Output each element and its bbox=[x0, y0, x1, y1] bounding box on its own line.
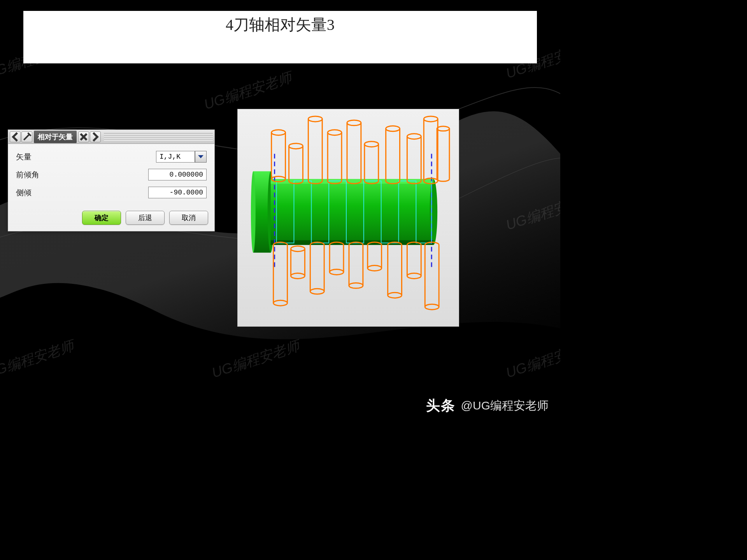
back-button[interactable]: 后退 bbox=[126, 211, 165, 225]
watermark: UG编程安老师 bbox=[202, 68, 294, 114]
svg-point-22 bbox=[347, 120, 361, 126]
ok-button[interactable]: 确定 bbox=[82, 211, 121, 225]
dialog-body: 矢量 I,J,K 前倾角 侧倾 bbox=[8, 144, 214, 207]
svg-point-47 bbox=[291, 273, 305, 278]
svg-point-19 bbox=[328, 130, 342, 135]
nav-forward-button[interactable] bbox=[90, 131, 101, 142]
svg-point-50 bbox=[310, 289, 324, 294]
tilt-angle-input[interactable] bbox=[148, 187, 207, 198]
pin-button[interactable] bbox=[21, 131, 32, 142]
tilt-angle-label: 侧倾 bbox=[16, 187, 32, 198]
watermark: UG编程安老师 bbox=[503, 189, 560, 235]
vector-combo[interactable]: I,J,K bbox=[156, 151, 207, 163]
lead-angle-input[interactable] bbox=[148, 169, 207, 180]
watermark: UG编程安老师 bbox=[503, 336, 560, 383]
dialog-title: 相对于矢量 bbox=[34, 131, 77, 143]
close-button[interactable] bbox=[78, 131, 89, 142]
svg-point-44 bbox=[291, 246, 305, 252]
svg-point-62 bbox=[388, 292, 402, 298]
vector-value: I,J,K bbox=[156, 151, 195, 163]
nav-back-button[interactable] bbox=[10, 131, 21, 142]
svg-point-38 bbox=[437, 126, 449, 131]
svg-point-13 bbox=[289, 144, 303, 149]
svg-point-31 bbox=[407, 134, 421, 139]
svg-point-68 bbox=[425, 304, 439, 310]
svg-point-2 bbox=[251, 171, 256, 252]
svg-point-16 bbox=[308, 116, 322, 122]
viewport-3d[interactable] bbox=[237, 109, 459, 327]
svg-rect-3 bbox=[271, 179, 434, 245]
svg-point-56 bbox=[349, 283, 363, 288]
cancel-button[interactable]: 取消 bbox=[169, 211, 208, 225]
lead-angle-label: 前倾角 bbox=[16, 170, 39, 180]
svg-point-43 bbox=[274, 300, 288, 306]
header-grip[interactable] bbox=[104, 133, 213, 141]
vector-dropdown-button[interactable] bbox=[195, 151, 207, 163]
svg-point-25 bbox=[365, 142, 379, 147]
svg-point-28 bbox=[386, 126, 400, 131]
watermark: UG编程安老师 bbox=[0, 336, 76, 383]
svg-point-4 bbox=[430, 179, 437, 245]
vector-dialog: 相对于矢量 矢量 I,J,K 前倾角 侧倾 确定 后退 bbox=[8, 130, 215, 231]
slide-title: 4刀轴相对矢量3 bbox=[226, 14, 335, 63]
svg-point-65 bbox=[407, 273, 421, 278]
svg-point-59 bbox=[368, 266, 382, 271]
watermark: UG编程安老师 bbox=[209, 336, 302, 383]
footer-attribution: 头条 @UG编程安老师 bbox=[426, 396, 549, 415]
footer-author: @UG编程安老师 bbox=[461, 398, 549, 414]
svg-point-53 bbox=[330, 270, 344, 275]
footer-brand: 头条 bbox=[426, 396, 456, 415]
svg-point-9 bbox=[272, 130, 286, 135]
slide-title-band: 4刀轴相对矢量3 bbox=[23, 11, 537, 63]
dialog-button-row: 确定 后退 取消 bbox=[8, 207, 214, 231]
dialog-header: 相对于矢量 bbox=[8, 130, 214, 144]
vector-label: 矢量 bbox=[16, 152, 32, 162]
svg-point-34 bbox=[424, 116, 438, 122]
